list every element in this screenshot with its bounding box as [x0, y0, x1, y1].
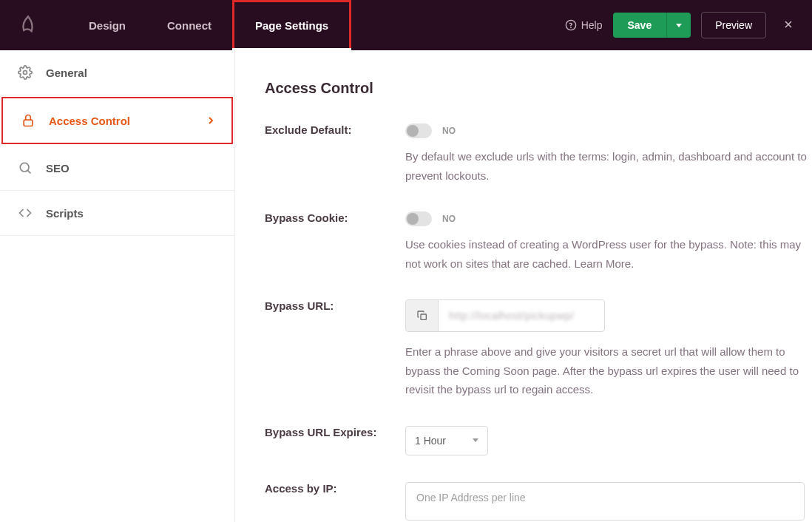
form-row-bypass-expires: Bypass URL Expires: 1 Hour: [265, 426, 812, 455]
bypass-cookie-toggle-label: NO: [442, 214, 456, 224]
svg-point-1: [570, 27, 571, 28]
code-icon: [18, 206, 33, 220]
exclude-default-label: Exclude Default:: [265, 123, 405, 136]
lock-icon: [21, 113, 35, 128]
copy-button[interactable]: [406, 300, 439, 331]
form-row-access-ip: Access by IP:: [265, 482, 812, 523]
form-row-exclude-default: Exclude Default: NO By default we exclud…: [265, 123, 812, 185]
sidebar-item-label: General: [46, 67, 87, 79]
svg-rect-3: [24, 120, 33, 126]
exclude-default-toggle-label: NO: [442, 126, 456, 136]
gear-icon: [18, 65, 33, 80]
sidebar-item-label: SEO: [46, 162, 70, 174]
access-ip-label: Access by IP:: [265, 482, 405, 495]
close-button[interactable]: [777, 13, 800, 38]
form-row-bypass-url: Bypass URL: http://localhost/pickupwp/ E…: [265, 299, 812, 399]
form-row-bypass-cookie: Bypass Cookie: NO Use cookies instead of…: [265, 211, 812, 273]
help-icon: [565, 19, 577, 31]
tab-design[interactable]: Design: [68, 0, 146, 50]
sidebar-item-general[interactable]: General: [0, 50, 234, 95]
close-icon: [782, 18, 794, 30]
bypass-expires-select[interactable]: 1 Hour: [405, 426, 488, 455]
sidebar-item-label: Access Control: [49, 115, 130, 127]
sidebar-item-seo[interactable]: SEO: [0, 146, 234, 191]
bypass-url-help: Enter a phrase above and give your visit…: [405, 342, 812, 399]
sidebar-item-scripts[interactable]: Scripts: [0, 191, 234, 236]
search-icon: [18, 160, 33, 175]
bypass-cookie-label: Bypass Cookie:: [265, 211, 405, 224]
bypass-url-box: http://localhost/pickupwp/: [405, 299, 605, 332]
save-dropdown-button[interactable]: [666, 13, 691, 38]
sidebar: General Access Control SEO Scripts: [0, 50, 235, 522]
sidebar-item-label: Scripts: [46, 207, 84, 220]
help-label: Help: [581, 19, 603, 31]
nav-tabs: Design Connect Page Settings: [68, 0, 351, 50]
logo: [18, 15, 38, 35]
bypass-url-value: http://localhost/pickupwp/: [439, 310, 584, 322]
svg-rect-5: [421, 314, 426, 319]
preview-button[interactable]: Preview: [701, 12, 766, 38]
layout: General Access Control SEO Scripts Acces…: [0, 50, 812, 522]
caret-down-icon: [473, 438, 478, 442]
exclude-default-help: By default we exclude urls with the term…: [405, 147, 812, 185]
page-title: Access Control: [265, 80, 812, 97]
chevron-right-icon: [208, 115, 214, 127]
header: Design Connect Page Settings Help Save P…: [0, 0, 812, 50]
sidebar-item-access-control[interactable]: Access Control: [1, 97, 233, 144]
exclude-default-toggle[interactable]: [405, 123, 432, 138]
header-right: Help Save Preview: [565, 12, 800, 38]
access-ip-textarea[interactable]: [405, 482, 805, 521]
main-content: Access Control Exclude Default: NO By de…: [235, 50, 812, 522]
save-group: Save: [613, 13, 691, 38]
caret-down-icon: [676, 24, 682, 27]
tab-connect[interactable]: Connect: [146, 0, 232, 50]
bypass-url-label: Bypass URL:: [265, 299, 405, 312]
help-link[interactable]: Help: [565, 19, 603, 31]
bypass-cookie-help: Use cookies instead of creating a WordPr…: [405, 235, 812, 273]
save-button[interactable]: Save: [613, 13, 667, 38]
svg-point-2: [24, 71, 27, 75]
bypass-cookie-toggle[interactable]: [405, 211, 432, 226]
bypass-expires-value: 1 Hour: [415, 435, 446, 447]
bypass-expires-label: Bypass URL Expires:: [265, 426, 405, 438]
svg-point-4: [20, 163, 29, 172]
tab-page-settings[interactable]: Page Settings: [232, 0, 351, 50]
copy-icon: [416, 310, 428, 322]
